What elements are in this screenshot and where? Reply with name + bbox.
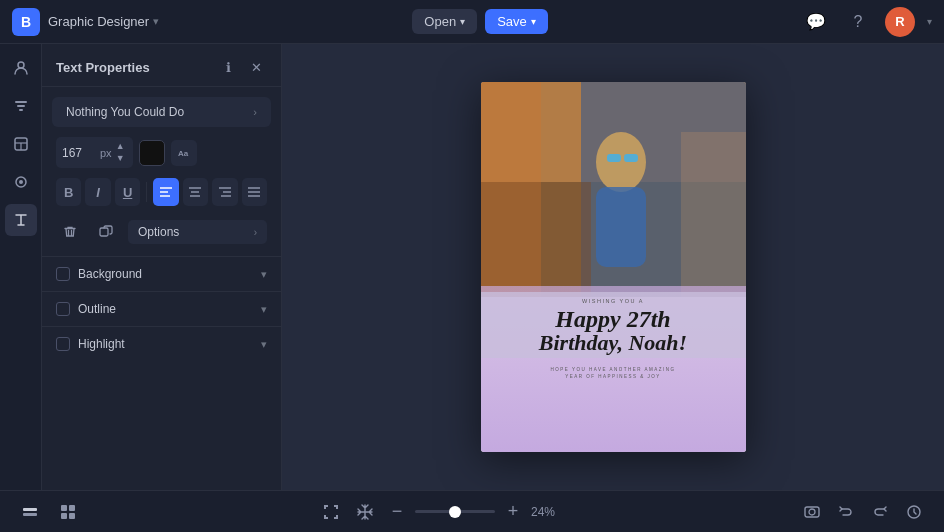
outline-label: Outline <box>78 302 116 316</box>
canvas-area[interactable]: WISHING YOU A Happy 27th Birthday, Noah!… <box>282 44 944 490</box>
text-scale-icon[interactable]: Aa <box>171 140 197 166</box>
history-icon[interactable] <box>900 498 928 526</box>
zoom-in-button[interactable]: + <box>501 500 525 524</box>
svg-rect-31 <box>481 82 541 297</box>
sidebar-item-text[interactable] <box>5 204 37 236</box>
bottombar-right <box>798 498 928 526</box>
svg-rect-34 <box>23 513 37 516</box>
zoom-percentage: 24% <box>531 505 563 519</box>
grid-icon[interactable] <box>54 498 82 526</box>
svg-text:Aa: Aa <box>178 149 189 158</box>
topbar-center: Open ▾ Save ▾ <box>412 9 547 34</box>
svg-rect-32 <box>681 132 746 297</box>
topbar-right: 💬 ? R ▾ <box>801 7 932 37</box>
svg-rect-22 <box>100 228 108 236</box>
align-center-button[interactable] <box>183 178 208 206</box>
panel-close-icon[interactable]: ✕ <box>245 56 267 78</box>
move-icon[interactable] <box>351 498 379 526</box>
bottombar-center: − + 24% <box>317 498 563 526</box>
layer-name: Nothing You Could Do <box>66 105 184 119</box>
duplicate-icon[interactable] <box>92 218 120 246</box>
sidebar-item-elements[interactable] <box>5 166 37 198</box>
underline-button[interactable]: U <box>115 178 140 206</box>
avatar[interactable]: R <box>885 7 915 37</box>
background-chevron-icon: ▾ <box>261 268 267 281</box>
help-icon[interactable]: ? <box>843 7 873 37</box>
align-justify-button[interactable] <box>242 178 267 206</box>
canvas-wishing-text: WISHING YOU A <box>481 298 746 304</box>
open-chevron-icon: ▾ <box>460 16 465 27</box>
font-size-input[interactable] <box>62 146 98 160</box>
format-separator <box>146 182 147 202</box>
zoom-out-button[interactable]: − <box>385 500 409 524</box>
app-title-label: Graphic Designer ▾ <box>48 14 159 29</box>
open-button[interactable]: Open ▾ <box>412 9 477 34</box>
fit-screen-icon[interactable] <box>317 498 345 526</box>
align-left-button[interactable] <box>153 178 178 206</box>
delete-icon[interactable] <box>56 218 84 246</box>
zoom-thumb[interactable] <box>449 506 461 518</box>
font-size-arrows: ▲ ▼ <box>114 141 127 164</box>
svg-rect-33 <box>23 508 37 511</box>
avatar-chevron-icon[interactable]: ▾ <box>927 16 932 27</box>
screenshot-icon[interactable] <box>798 498 826 526</box>
font-size-row: px ▲ ▼ Aa <box>42 133 281 176</box>
text-properties-panel: Text Properties ℹ ✕ Nothing You Could Do… <box>42 44 282 490</box>
highlight-row[interactable]: Highlight ▾ <box>56 337 267 351</box>
sidebar-item-filter[interactable] <box>5 90 37 122</box>
italic-button[interactable]: I <box>85 178 110 206</box>
panel-header: Text Properties ℹ ✕ <box>42 44 281 87</box>
bold-button[interactable]: B <box>56 178 81 206</box>
topbar: B Graphic Designer ▾ Open ▾ Save ▾ 💬 ? R… <box>0 0 944 44</box>
outline-checkbox[interactable] <box>56 302 70 316</box>
zoom-slider[interactable] <box>415 510 495 513</box>
background-checkbox[interactable] <box>56 267 70 281</box>
main-area: Text Properties ℹ ✕ Nothing You Could Do… <box>0 44 944 490</box>
svg-rect-28 <box>596 187 646 267</box>
svg-point-0 <box>18 62 24 68</box>
layer-chevron-icon: › <box>253 106 257 118</box>
sidebar-icons <box>0 44 42 490</box>
canvas-birthday-text: Birthday, Noah! <box>481 332 746 354</box>
redo-icon[interactable] <box>866 498 894 526</box>
options-chevron-icon: › <box>254 227 257 238</box>
layers-icon[interactable] <box>16 498 44 526</box>
svg-rect-30 <box>624 154 638 162</box>
svg-rect-36 <box>69 505 75 511</box>
canvas-photo-svg <box>481 82 746 297</box>
app-title-chevron-icon[interactable]: ▾ <box>153 15 159 28</box>
layer-selector[interactable]: Nothing You Could Do › <box>52 97 271 127</box>
format-row: B I U <box>42 176 281 214</box>
font-size-down-button[interactable]: ▼ <box>114 153 127 164</box>
svg-rect-37 <box>61 513 67 519</box>
comment-icon[interactable]: 💬 <box>801 7 831 37</box>
background-row[interactable]: Background ▾ <box>56 267 267 281</box>
svg-point-40 <box>809 509 815 515</box>
highlight-checkbox[interactable] <box>56 337 70 351</box>
sidebar-item-layout[interactable] <box>5 128 37 160</box>
canvas-photo <box>481 82 746 297</box>
font-size-up-button[interactable]: ▲ <box>114 141 127 152</box>
background-section: Background ▾ <box>42 256 281 291</box>
sidebar-item-user[interactable] <box>5 52 37 84</box>
font-size-box: px ▲ ▼ <box>56 137 133 168</box>
svg-rect-29 <box>607 154 621 162</box>
svg-rect-38 <box>69 513 75 519</box>
canvas-happy-text: Happy 27th <box>481 306 746 332</box>
svg-point-27 <box>596 132 646 192</box>
options-button[interactable]: Options › <box>128 220 267 244</box>
svg-rect-2 <box>17 105 25 107</box>
undo-icon[interactable] <box>832 498 860 526</box>
align-right-button[interactable] <box>212 178 237 206</box>
highlight-label: Highlight <box>78 337 125 351</box>
svg-point-8 <box>19 180 23 184</box>
save-button[interactable]: Save ▾ <box>485 9 548 34</box>
svg-rect-3 <box>19 109 23 111</box>
highlight-section: Highlight ▾ <box>42 326 281 361</box>
outline-row[interactable]: Outline ▾ <box>56 302 267 316</box>
color-swatch[interactable] <box>139 140 165 166</box>
panel-header-actions: ℹ ✕ <box>217 56 267 78</box>
outline-chevron-icon: ▾ <box>261 303 267 316</box>
bottombar-left <box>16 498 82 526</box>
panel-info-icon[interactable]: ℹ <box>217 56 239 78</box>
